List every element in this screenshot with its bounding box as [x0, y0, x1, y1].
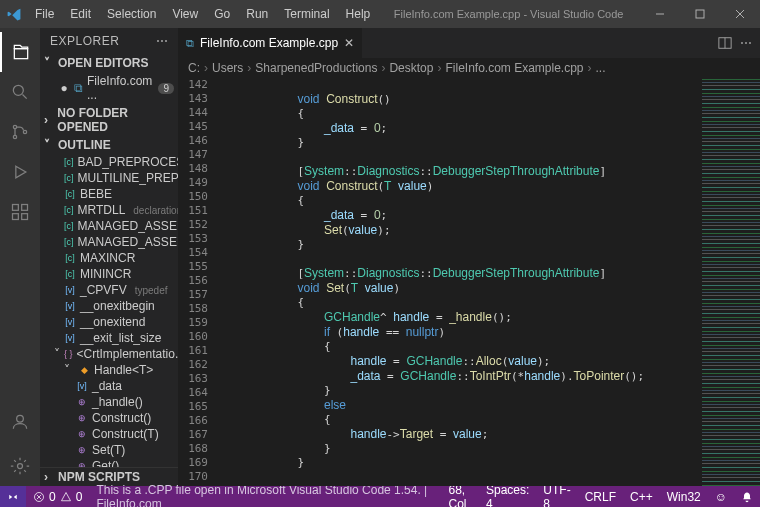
var-symbol-icon: [v]: [64, 284, 76, 296]
close-icon[interactable]: ✕: [344, 36, 354, 50]
outline-tree: [c]BAD_PREPROCESS...[c]MULTILINE_PREPR..…: [40, 154, 178, 467]
svg-marker-10: [16, 166, 26, 178]
outline-item[interactable]: ⊕Construct(): [40, 410, 178, 426]
var-symbol-icon: [v]: [64, 332, 76, 344]
func-symbol-icon: ⊕: [76, 412, 88, 424]
svg-point-5: [13, 85, 23, 95]
const-symbol-icon: [c]: [64, 156, 74, 168]
outline-item[interactable]: [v]__exit_list_size: [40, 330, 178, 346]
const-symbol-icon: [c]: [64, 268, 76, 280]
chevron-icon: ˅: [54, 347, 60, 361]
const-symbol-icon: [c]: [64, 188, 76, 200]
menu-edit[interactable]: Edit: [63, 3, 98, 25]
more-actions-icon[interactable]: ⋯: [740, 36, 752, 50]
cpp-file-icon: ⧉: [186, 37, 194, 50]
outline-item[interactable]: [c]BAD_PREPROCESS...: [40, 154, 178, 170]
run-debug-icon[interactable]: [0, 152, 40, 192]
outline-item[interactable]: [v]_data: [40, 378, 178, 394]
remote-indicator[interactable]: [0, 486, 26, 507]
settings-gear-icon[interactable]: [0, 446, 40, 486]
svg-point-9: [23, 130, 26, 133]
cpp-file-icon: ⧉: [74, 81, 83, 95]
func-symbol-icon: ⊕: [76, 444, 88, 456]
svg-rect-14: [22, 214, 28, 220]
outline-item[interactable]: [c]MANAGED_ASSER...: [40, 234, 178, 250]
outline-item[interactable]: ˅◆Handle<T>: [40, 362, 178, 378]
outline-item[interactable]: [c]BEBE: [40, 186, 178, 202]
menu-file[interactable]: File: [28, 3, 61, 25]
line-number-gutter: 142 143 144 145 146 147 148 149 150 151 …: [178, 78, 218, 486]
breadcrumb-segment[interactable]: FileInfo.com Example.cpp: [445, 61, 583, 75]
const-symbol-icon: [c]: [64, 220, 74, 232]
outline-item[interactable]: ⊕Set(T): [40, 442, 178, 458]
menu-selection[interactable]: Selection: [100, 3, 163, 25]
problems-status[interactable]: 0 0: [26, 490, 89, 504]
menu-help[interactable]: Help: [339, 3, 378, 25]
outline-header[interactable]: ˅OUTLINE: [40, 136, 178, 154]
outline-item[interactable]: [c]MANAGED_ASSER...: [40, 218, 178, 234]
open-editor-item[interactable]: ● ⧉ FileInfo.com ... 9: [40, 72, 178, 104]
outline-item[interactable]: [c]MININCR: [40, 266, 178, 282]
const-symbol-icon: [c]: [64, 172, 74, 184]
outline-item[interactable]: [c]MULTILINE_PREPR...: [40, 170, 178, 186]
menu-view[interactable]: View: [165, 3, 205, 25]
vscode-logo-icon: [0, 7, 28, 21]
func-symbol-icon: ⊕: [76, 396, 88, 408]
const-symbol-icon: [c]: [64, 236, 74, 248]
search-icon[interactable]: [0, 72, 40, 112]
breadcrumb[interactable]: C:›Users›SharpenedProductions›Desktop›Fi…: [178, 58, 760, 78]
outline-item[interactable]: ⊕Construct(T): [40, 426, 178, 442]
var-symbol-icon: [v]: [76, 380, 88, 392]
editor-tab[interactable]: ⧉ FileInfo.com Example.cpp ✕: [178, 28, 363, 58]
breadcrumb-segment[interactable]: SharpenedProductions: [255, 61, 377, 75]
var-symbol-icon: [v]: [64, 316, 76, 328]
menu-go[interactable]: Go: [207, 3, 237, 25]
outline-item[interactable]: [v]__onexitbegin: [40, 298, 178, 314]
outline-item[interactable]: ⊕_handle(): [40, 394, 178, 410]
minimize-button[interactable]: [640, 0, 680, 28]
open-editors-header[interactable]: ˅OPEN EDITORS: [40, 54, 178, 72]
breadcrumb-segment[interactable]: ...: [596, 61, 606, 75]
breadcrumb-segment[interactable]: Users: [212, 61, 243, 75]
modified-dot-icon: ●: [58, 81, 70, 95]
accounts-icon[interactable]: [0, 402, 40, 442]
source-control-icon[interactable]: [0, 112, 40, 152]
outline-item[interactable]: [c]MAXINCR: [40, 250, 178, 266]
const-symbol-icon: [c]: [64, 204, 74, 216]
const-symbol-icon: [c]: [64, 252, 76, 264]
sidebar-more-icon[interactable]: ⋯: [156, 34, 169, 48]
activity-bar: [0, 28, 40, 486]
breadcrumb-segment[interactable]: Desktop: [389, 61, 433, 75]
explorer-icon[interactable]: [0, 32, 40, 72]
status-message: This is a .CPP file open in Microsoft Vi…: [89, 483, 441, 508]
class-symbol-icon: ◆: [78, 364, 90, 376]
close-button[interactable]: [720, 0, 760, 28]
outline-item[interactable]: ⊕Get(): [40, 458, 178, 467]
svg-rect-11: [13, 205, 19, 211]
minimap[interactable]: [702, 78, 760, 486]
maximize-button[interactable]: [680, 0, 720, 28]
no-folder-header[interactable]: ›NO FOLDER OPENED: [40, 104, 178, 136]
func-symbol-icon: ⊕: [76, 460, 88, 467]
outline-item[interactable]: [v]__onexitend: [40, 314, 178, 330]
editor-area: ⧉ FileInfo.com Example.cpp ✕ ⋯ C:›Users›…: [178, 28, 760, 486]
code-editor[interactable]: void Construct() { _data = 0; } [System:…: [218, 78, 702, 486]
split-editor-icon[interactable]: [718, 36, 732, 50]
sidebar-title: EXPLORER: [50, 34, 119, 48]
svg-rect-4: [14, 49, 27, 59]
svg-line-6: [23, 95, 27, 99]
var-symbol-icon: [v]: [64, 300, 76, 312]
svg-rect-12: [22, 205, 28, 211]
outline-item[interactable]: [v]_CPVFVtypedef: [40, 282, 178, 298]
svg-rect-13: [13, 214, 19, 220]
menu-run[interactable]: Run: [239, 3, 275, 25]
menu-terminal[interactable]: Terminal: [277, 3, 336, 25]
outline-item[interactable]: ˅{ }<CrtImplementatio...: [40, 346, 178, 362]
status-bar: 0 0 This is a .CPP file open in Microsof…: [0, 486, 760, 507]
chevron-icon: ˅: [64, 363, 74, 377]
svg-rect-1: [696, 10, 704, 18]
breadcrumb-segment[interactable]: C:: [188, 61, 200, 75]
extensions-icon[interactable]: [0, 192, 40, 232]
sidebar: EXPLORER ⋯ ˅OPEN EDITORS ● ⧉ FileInfo.co…: [40, 28, 178, 486]
outline-item[interactable]: [c]MRTDLLdeclaration: [40, 202, 178, 218]
